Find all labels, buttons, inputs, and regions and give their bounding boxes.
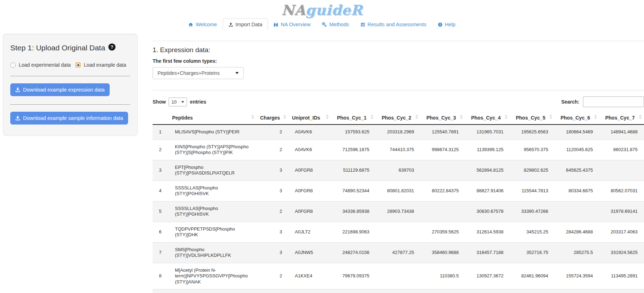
data-source-radios: Load experimental data Load example data (10, 62, 130, 68)
svg-text:?: ? (111, 44, 114, 50)
row-index: 5 (153, 201, 169, 222)
peptide-cell: M[Acetyl (Protein N-term)]NPVYSPGSSGVPY[… (169, 263, 257, 289)
value-cell (420, 201, 465, 222)
show-label: Show (153, 99, 166, 105)
column-header-Phos_Cyc_4[interactable]: Phos_Cyc_4 (465, 112, 510, 125)
value-cell: 331924.5625 (599, 242, 644, 263)
divider (153, 90, 644, 90)
radio-button-icon[interactable] (76, 62, 81, 67)
value-cell: 33390.47266 (510, 201, 555, 222)
tab-welcome[interactable]: Welcome (183, 18, 222, 31)
download-sample-information-button[interactable]: Download example sample information data (10, 112, 128, 125)
column-header-Phos_Cyc_6[interactable]: Phos_Cyc_6 (555, 112, 599, 125)
uniprot-cell: A0AVK6 (288, 139, 331, 160)
table-row: 5SSSSLLAS[Phospho (STY)]PGHISVK2A0FGR834… (153, 201, 644, 222)
naguider-app: NAguideR WelcomeImport DataNA OverviewMe… (0, 0, 644, 293)
column-header-Phos_Cyc_2[interactable]: Phos_Cyc_2 (376, 112, 420, 125)
tab-label: Methods (329, 22, 349, 27)
value-cell: 113495.2891 (599, 263, 644, 289)
value-cell: 511129.6875 (331, 160, 376, 181)
radio-load-experimental-data[interactable]: Load experimental data (10, 62, 71, 68)
column-types-select[interactable]: Peptides+Charges+Proteins (153, 67, 244, 79)
column-header-Uniprot_IDs[interactable]: Uniprot_IDs (288, 112, 331, 125)
selected-option: Peptides+Charges+Proteins (158, 70, 220, 76)
radio-label: Load experimental data (19, 62, 71, 68)
radio-button-icon[interactable] (10, 62, 16, 68)
value-cell: 148941.4688 (599, 125, 644, 139)
nav-tabs: WelcomeImport DataNA OverviewMethodsResu… (30, 19, 614, 31)
home-icon (188, 22, 193, 27)
sort-icon (505, 115, 508, 120)
peptide-cell: EPT[Phospho (STY)]PSIASDISLPIATQELR (169, 160, 257, 181)
column-header-Charges[interactable]: Charges (257, 112, 288, 125)
value-cell: 131965.7031 (465, 125, 510, 139)
tab-import-data[interactable]: Import Data (223, 18, 268, 31)
value-cell: 80334.6875 (555, 181, 599, 201)
button-label: Download example expression data (23, 87, 105, 93)
value-cell: 744410.375 (376, 139, 420, 160)
value-cell: 30830.67578 (465, 201, 510, 222)
value-cell (420, 160, 465, 181)
charge-cell: 3 (257, 242, 288, 263)
import-data-pane: 1. Expression data: The first few column… (153, 34, 644, 293)
sort-icon (251, 115, 254, 120)
tab-results-and-assessments[interactable]: Results and Assessments (355, 18, 432, 31)
download-expression-data-button[interactable]: Download example expression data (10, 83, 110, 96)
tab-label: Help (445, 22, 456, 27)
tab-na-overview[interactable]: NA Overview (268, 18, 316, 31)
radio-load-example-data[interactable]: Load example data (76, 62, 126, 68)
value-cell: 829802.625 (510, 160, 555, 181)
value-cell: 284286.4688 (555, 222, 599, 242)
table-header-row: PeptidesChargesUniprot_IDsPhos_Cyc_1Phos… (153, 112, 644, 125)
uniprot-cell: A0FGR8 (288, 160, 331, 181)
column-header-Phos_Cyc_7[interactable]: Phos_Cyc_7 (599, 112, 644, 125)
uniprot-cell: A0FGR8 (288, 181, 331, 201)
table-header: PeptidesChargesUniprot_IDsPhos_Cyc_1Phos… (153, 112, 644, 125)
column-header-row-index[interactable] (153, 112, 169, 125)
tab-methods[interactable]: Methods (316, 18, 355, 31)
divider (153, 41, 644, 41)
sort-icon (283, 115, 286, 120)
value-cell: 427877.25 (376, 242, 420, 263)
peptide-cell: KINS[Phospho (STY)]APS[Phospho (STY)]S[P… (169, 139, 257, 160)
question-circle-icon[interactable]: ? (108, 43, 116, 52)
upload-icon (229, 22, 233, 27)
charge-cell: 2 (257, 201, 288, 222)
info-circle-icon (438, 22, 442, 27)
value-cell: 345215.25 (510, 222, 555, 242)
value-cell: 80222.84375 (420, 181, 465, 201)
sort-icon (370, 115, 374, 120)
column-header-Peptides[interactable]: Peptides (169, 112, 257, 125)
search-input[interactable] (583, 96, 644, 107)
value-cell: 248274.0156 (331, 242, 376, 263)
download-icon (15, 116, 20, 121)
value-cell (376, 222, 420, 242)
column-header-Phos_Cyc_1[interactable]: Phos_Cyc_1 (331, 112, 376, 125)
charge-cell: 3 (257, 160, 288, 181)
entries-label: entries (190, 99, 206, 105)
caret-down-icon (235, 72, 239, 74)
charge-cell: 2 (257, 139, 288, 160)
tab-help[interactable]: Help (432, 18, 461, 31)
column-header-Phos_Cyc_3[interactable]: Phos_Cyc_3 (420, 112, 465, 125)
row-index: 8 (153, 263, 169, 289)
expression-data-table: PeptidesChargesUniprot_IDsPhos_Cyc_1Phos… (153, 112, 644, 293)
column-header-Phos_Cyc_5[interactable]: Phos_Cyc_5 (510, 112, 555, 125)
row-index: 6 (153, 222, 169, 242)
value-cell: 82461.96094 (510, 263, 555, 289)
table-body: 1MLISAVS[Phospho (STY)]PEIR2A0AVK6157593… (153, 125, 644, 293)
table-row: 6TQDPVPPETPSDS[Phospho (STY)]DHK3A0JLT22… (153, 222, 644, 242)
value-cell: 115544.7813 (510, 181, 555, 201)
page-length-select[interactable]: 10 (169, 98, 187, 106)
uniprot-cell: A0AVK6 (288, 125, 331, 139)
upload-panel: Step 1: Upload Original Data ? Load expe… (3, 34, 138, 136)
value-cell: 125540.7891 (420, 125, 465, 139)
page-length-control: Show 10 entries (153, 98, 206, 106)
row-index: 2 (153, 139, 169, 160)
charge-cell: 3 (257, 181, 288, 201)
value-cell: 34336.85938 (331, 201, 376, 222)
radio-label: Load example data (84, 62, 126, 68)
value-cell (376, 263, 420, 289)
table-row: 4SSSSLLAS[Phospho (STY)]PGHISVK3A0FGR874… (153, 181, 644, 201)
page-length-value: 10 (171, 99, 176, 105)
